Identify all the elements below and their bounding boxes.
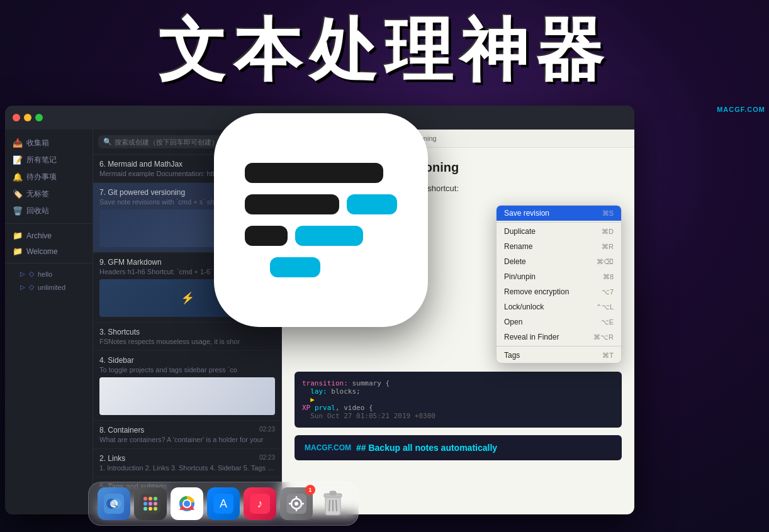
hello-group-icon: ◇: [29, 270, 34, 278]
menu-divider: [497, 346, 621, 346]
menu-item-tags[interactable]: Tags ⌘T: [497, 348, 621, 363]
menu-item-label: Rename: [504, 242, 532, 251]
sidebar-item-todos[interactable]: 🔔 待办事项: [5, 169, 93, 186]
svg-line-33: [329, 500, 330, 511]
app-icon-bars: [232, 163, 410, 277]
sidebar-item-inbox[interactable]: 📥 收集箱: [5, 135, 93, 152]
notes-icon: 📝: [13, 155, 23, 165]
shortcut-tail: shortcut:: [427, 184, 459, 193]
svg-point-8: [154, 497, 157, 501]
menu-item-remove-enc[interactable]: Remove encryption ⌥7: [497, 284, 621, 299]
bar-row-3: [245, 226, 363, 246]
menu-item-reveal[interactable]: Reveal in Finder ⌘⌥R: [497, 330, 621, 345]
svg-rect-32: [330, 491, 336, 495]
svg-text:A: A: [220, 497, 227, 510]
menu-item-save-revision[interactable]: Save revision ⌘S: [497, 206, 621, 221]
menu-item-label: Reveal in Finder: [504, 333, 559, 341]
dock-trash[interactable]: [317, 487, 349, 520]
menu-shortcut: ⌘8: [603, 273, 614, 281]
menu-item-label: Open: [504, 318, 522, 326]
list-item[interactable]: 2. Links 02:23 1. Introduction 2. Links …: [93, 449, 281, 477]
note-header: 8. Containers 02:23: [99, 426, 275, 435]
menu-item-label: Tags: [504, 351, 520, 360]
menu-item-delete[interactable]: Delete ⌘⌫: [497, 254, 621, 269]
list-item[interactable]: 3. Shortcuts FSNotes respects mouseless …: [93, 323, 281, 351]
dock-chrome[interactable]: [171, 487, 203, 520]
note-header: 4. Sidebar: [99, 356, 275, 365]
svg-point-11: [154, 502, 157, 506]
svg-point-9: [143, 502, 147, 506]
menu-shortcut: ⌘T: [602, 352, 614, 360]
svg-point-7: [149, 497, 152, 501]
bar-blue-vshort: [270, 257, 320, 277]
svg-point-25: [295, 502, 298, 506]
sidebar-item-all-notes[interactable]: 📝 所有笔记: [5, 152, 93, 169]
sidebar-group-hello[interactable]: ▷ ◇ hello: [5, 267, 93, 280]
dock-finder[interactable]: 🔍: [98, 487, 130, 520]
code-line: Sun Oct 27 01:05:21 2019 +0300: [302, 412, 614, 420]
sidebar-item-trash[interactable]: 🗑️ 回收站: [5, 202, 93, 219]
svg-text:♪: ♪: [257, 497, 263, 510]
note-preview: 1. Introduction 2. Links 3. Shortcuts 4.…: [99, 464, 275, 472]
menu-item-duplicate[interactable]: Duplicate ⌘D: [497, 224, 621, 239]
menu-item-pin[interactable]: Pin/unpin ⌘8: [497, 269, 621, 284]
thumbnail-image: [99, 377, 275, 415]
thumb-grid: [186, 212, 189, 245]
note-time: 02:23: [259, 454, 275, 461]
svg-point-18: [184, 501, 190, 507]
list-item[interactable]: 8. Containers 02:23 What are containers?…: [93, 421, 281, 449]
search-icon: 🔍: [103, 138, 112, 146]
inbox-icon: 📥: [13, 138, 23, 148]
code-line: lay: blocks;: [302, 387, 614, 396]
dock-launchpad[interactable]: [134, 487, 167, 520]
folder-archive-icon: 📁: [13, 231, 23, 240]
menu-item-label: Pin/unpin: [504, 272, 536, 281]
menu-shortcut: ⌥E: [601, 318, 614, 326]
note-preview: FSNotes respects mouseless usage, it is …: [99, 338, 275, 345]
sidebar-folder-welcome[interactable]: 📁 Welcome: [5, 243, 93, 259]
note-title: 4. Sidebar: [99, 356, 134, 365]
menu-shortcut: ⌘R: [602, 243, 614, 251]
menu-item-lock[interactable]: Lock/unlock ⌃⌥L: [497, 299, 621, 314]
sidebar: 📥 收集箱 📝 所有笔记 🔔 待办事项 🏷️ 无标签 🗑️ 回收站 📁: [5, 130, 93, 514]
dock-music[interactable]: ♪: [244, 487, 276, 520]
menu-item-rename[interactable]: Rename ⌘R: [497, 239, 621, 254]
dock-appstore[interactable]: A: [207, 487, 240, 520]
menu-item-open[interactable]: Open ⌥E: [497, 314, 621, 330]
sidebar-item-untagged[interactable]: 🏷️ 无标签: [5, 186, 93, 202]
badge-count: 1: [305, 485, 315, 495]
menu-shortcut: ⌃⌥L: [596, 303, 614, 311]
bar-row-4: [245, 257, 320, 277]
unlimited-group-icon: ◇: [29, 283, 34, 291]
close-button[interactable]: [13, 114, 20, 121]
macgf-watermark: MACGF.COM: [717, 106, 765, 113]
bar-blue-bshort: [295, 226, 363, 246]
list-item[interactable]: 4. Sidebar To toggle projects and tags s…: [93, 351, 281, 421]
code-line: ▶: [302, 396, 614, 404]
code-section: transition: summary { lay: blocks; ▶ XP …: [295, 372, 622, 428]
trash-sidebar-icon: 🗑️: [13, 206, 23, 216]
svg-point-6: [143, 497, 147, 501]
maximize-button[interactable]: [35, 114, 43, 121]
svg-point-13: [149, 507, 152, 511]
note-title: 9. GFM Markdown: [99, 258, 162, 267]
minimize-button[interactable]: [24, 114, 31, 121]
menu-divider: [497, 222, 621, 223]
todo-icon: 🔔: [13, 172, 23, 182]
sidebar-folder-archive[interactable]: 📁 Archive: [5, 228, 93, 243]
svg-point-10: [149, 502, 152, 506]
sidebar-divider-1: [5, 223, 93, 224]
menu-shortcut: ⌥7: [602, 288, 614, 296]
menu-item-label: Lock/unlock: [504, 302, 544, 311]
dock-system-preferences[interactable]: 1: [280, 487, 313, 520]
menu-shortcut: ⌘S: [602, 209, 614, 218]
bar-dark-mid: [245, 194, 339, 214]
sidebar-group-unlimited[interactable]: ▷ ◇ unlimited: [5, 280, 93, 294]
note-header: 3. Shortcuts: [99, 328, 275, 336]
backup-banner: MACGF.COM ## Backup all notes automatica…: [295, 435, 622, 460]
backup-title: ## Backup all notes automatically: [356, 443, 497, 453]
note-title: 3. Shortcuts: [99, 328, 140, 336]
dock: 🔍 A: [88, 482, 359, 526]
note-title: 8. Containers: [99, 426, 144, 435]
bar-dark-wide: [245, 163, 383, 183]
